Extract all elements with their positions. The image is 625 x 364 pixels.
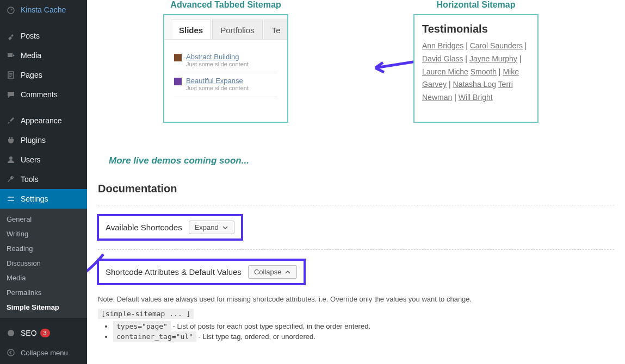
label: Posts — [21, 32, 40, 40]
label: Users — [21, 155, 41, 164]
link[interactable]: Will Bright — [459, 93, 493, 102]
documentation-heading: Documentation — [98, 183, 614, 195]
submenu-general[interactable]: General — [0, 212, 87, 227]
card-title: Horizontal Sitemap — [413, 0, 539, 10]
label: Collapse — [254, 268, 282, 276]
preview-card[interactable]: Testimonials Ann Bridges | Carol Saunder… — [413, 14, 539, 123]
media-icon — [5, 50, 16, 61]
card-title: Advanced Tabbed Sitemap — [163, 0, 288, 10]
label: Kinsta Cache — [21, 5, 66, 14]
main-content: Advanced Tabbed Sitemap Slides Portfolio… — [87, 0, 625, 364]
sidebar-item-appearance[interactable]: Appearance — [0, 111, 87, 130]
wrench-icon — [5, 174, 16, 185]
link[interactable]: Carol Saunders — [470, 41, 523, 50]
brush-icon — [5, 115, 16, 126]
submenu-writing[interactable]: Writing — [0, 227, 87, 241]
list-item: Abstract BuildingJust some slide content — [174, 49, 277, 73]
sidebar-item-posts[interactable]: Posts — [0, 26, 87, 46]
expand-button[interactable]: Expand — [189, 221, 234, 234]
slide-list: Abstract BuildingJust some slide content… — [164, 40, 287, 97]
thumb-icon — [174, 78, 182, 85]
sidebar-item-kinsta[interactable]: Kinsta Cache — [0, 0, 87, 20]
plug-icon — [5, 135, 16, 146]
shortcode-example: [simple-sitemap ... ] — [98, 309, 194, 319]
label: Pages — [21, 71, 42, 79]
seo-icon — [5, 328, 16, 338]
thumb-icon — [174, 54, 182, 61]
sidebar-item-settings[interactable]: Settings — [0, 189, 87, 209]
label: Comments — [21, 90, 58, 99]
preview-tabs: Slides Portfolios Te — [164, 15, 287, 40]
tab-te[interactable]: Te — [264, 20, 288, 39]
attr-code: container_tag="ul" — [113, 331, 196, 342]
testimonial-links: Ann Bridges | Carol Saunders | David Gla… — [414, 40, 537, 104]
slide-title[interactable]: Abstract Building — [186, 53, 249, 61]
link[interactable]: Lauren Miche — [422, 67, 468, 76]
preview-card[interactable]: Slides Portfolios Te Abstract BuildingJu… — [163, 14, 288, 123]
sidebar-item-comments[interactable]: Comments — [0, 85, 87, 104]
submenu-discussion[interactable]: Discussion — [0, 256, 87, 271]
submenu-media[interactable]: Media — [0, 271, 87, 285]
slide-title[interactable]: Beautiful Expanse — [186, 77, 249, 85]
chevron-down-icon — [222, 224, 228, 231]
preview-horizontal-sitemap: Horizontal Sitemap Testimonials Ann Brid… — [413, 0, 539, 123]
sidebar-item-tools[interactable]: Tools — [0, 170, 87, 189]
testimonials-heading: Testimonials — [414, 15, 537, 40]
submenu-reading[interactable]: Reading — [0, 241, 87, 256]
svg-point-4 — [9, 197, 11, 198]
link[interactable]: Natasha Log — [453, 80, 496, 89]
slide-sub: Just some slide content — [186, 61, 249, 67]
panel-label: Available Shortcodes — [106, 223, 182, 232]
seo-badge: 3 — [40, 329, 50, 337]
svg-point-6 — [8, 330, 14, 336]
panel-available-shortcodes: Available Shortcodes Expand — [98, 205, 614, 249]
gauge-icon — [5, 4, 16, 15]
svg-rect-1 — [8, 53, 13, 57]
label: Collapse menu — [21, 349, 68, 357]
svg-point-5 — [11, 200, 13, 202]
pin-icon — [5, 30, 16, 41]
tab-portfolios[interactable]: Portfolios — [212, 20, 263, 39]
label: Media — [21, 51, 41, 60]
link[interactable]: David Glass — [422, 54, 463, 63]
link[interactable]: Ann Bridges — [422, 41, 463, 50]
label: Tools — [21, 175, 39, 184]
collapse-icon — [5, 347, 16, 358]
panel-label: Shortcode Attributes & Default Values — [106, 267, 242, 277]
panel-shortcode-attributes: Shortcode Attributes & Default Values Co… — [98, 249, 614, 353]
comment-icon — [5, 89, 16, 100]
collapse-menu[interactable]: Collapse menu — [0, 343, 87, 362]
submenu-simple-sitemap[interactable]: Simple Sitemap — [0, 300, 87, 315]
preview-advanced-tabbed: Advanced Tabbed Sitemap Slides Portfolio… — [163, 0, 288, 123]
page-icon — [5, 70, 16, 80]
settings-submenu: General Writing Reading Discussion Media… — [0, 209, 87, 318]
attr-code: types="page" — [113, 321, 171, 331]
list-item: container_tag="ul" - List type tag, orde… — [113, 332, 614, 341]
sidebar-item-seo[interactable]: SEO3 — [0, 323, 87, 343]
more-demos-text: More live demos coming soon... — [109, 155, 614, 166]
tab-slides[interactable]: Slides — [171, 20, 211, 39]
user-icon — [5, 154, 16, 165]
link[interactable]: Smooth — [471, 67, 497, 76]
svg-point-7 — [8, 349, 14, 356]
label: Settings — [21, 194, 48, 203]
attr-desc: - List of posts for each post type speci… — [171, 322, 370, 330]
sidebar-item-pages[interactable]: Pages — [0, 65, 87, 85]
note-text: Note: Default values are always used for… — [98, 295, 614, 303]
label: SEO — [21, 329, 37, 337]
slide-sub: Just some slide content — [186, 85, 249, 91]
admin-sidebar: Kinsta Cache Posts Media Pages Comments … — [0, 0, 87, 364]
sidebar-item-media[interactable]: Media — [0, 46, 87, 65]
collapse-button[interactable]: Collapse — [248, 265, 298, 279]
list-item: types="page" - List of posts for each po… — [113, 322, 614, 330]
chevron-up-icon — [284, 269, 291, 275]
sidebar-item-plugins[interactable]: Plugins — [0, 130, 87, 150]
link[interactable]: Jayne Murphy — [469, 54, 517, 63]
label: Plugins — [21, 136, 46, 145]
label: Expand — [195, 223, 219, 231]
submenu-permalinks[interactable]: Permalinks — [0, 285, 87, 300]
sliders-icon — [5, 193, 16, 204]
label: Appearance — [21, 116, 62, 125]
sidebar-item-users[interactable]: Users — [0, 150, 87, 170]
attributes-list: types="page" - List of posts for each po… — [113, 322, 614, 341]
